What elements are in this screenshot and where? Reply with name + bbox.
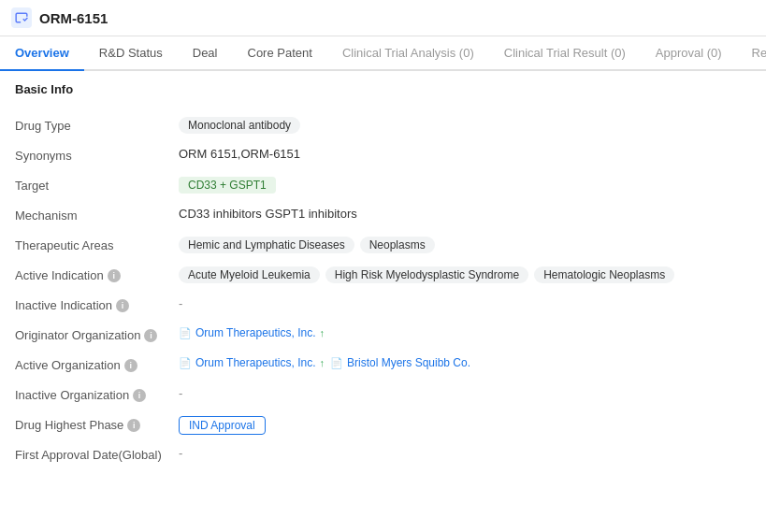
inactive-indication-value: - xyxy=(179,296,751,310)
drug-type-tag: Monoclonal antibody xyxy=(179,117,300,134)
inactive-indication-info-icon[interactable]: i xyxy=(116,299,129,312)
tabs: OverviewR&D StatusDealCore PatentClinica… xyxy=(0,36,766,71)
tab-approval[interactable]: Approval (0) xyxy=(641,36,737,71)
therapeutic-areas-value: Hemic and Lymphatic DiseasesNeoplasms xyxy=(179,237,751,253)
first-approval-date-label: First Approval Date(Global) xyxy=(15,446,179,462)
tab-regulation[interactable]: Regulation (0) xyxy=(737,36,766,71)
row-drug-type: Drug TypeMonoclonal antibody xyxy=(15,111,751,141)
tab-clinical-trial-analysis[interactable]: Clinical Trial Analysis (0) xyxy=(327,36,489,71)
drug-highest-phase-info-icon[interactable]: i xyxy=(127,419,140,432)
synonyms-value: ORM 6151,ORM-6151 xyxy=(179,147,751,161)
row-first-approval-date: First Approval Date(Global)- xyxy=(15,440,751,470)
active-indication-info-icon[interactable]: i xyxy=(108,269,121,282)
mechanism-value: CD33 inhibitors GSPT1 inhibitors xyxy=(179,207,751,221)
active-indication-label: Active Indicationi xyxy=(15,266,179,282)
target-tag: CD33 + GSPT1 xyxy=(179,177,276,194)
tab-rd-status[interactable]: R&D Status xyxy=(84,36,178,71)
row-active-organization: Active Organizationi📄Orum Therapeutics, … xyxy=(15,351,751,381)
inactive-organization-dash: - xyxy=(179,386,182,400)
active-indication-tag: Acute Myeloid Leukemia xyxy=(179,266,320,283)
active-organization-org-1[interactable]: 📄Bristol Myers Squibb Co. xyxy=(330,356,470,369)
originator-organization-value: 📄Orum Therapeutics, Inc.↑ xyxy=(179,326,751,339)
originator-organization-label: Originator Organizationi xyxy=(15,326,179,342)
row-active-indication: Active IndicationiAcute Myeloid Leukemia… xyxy=(15,261,751,291)
tab-core-patent[interactable]: Core Patent xyxy=(233,36,327,71)
tab-overview[interactable]: Overview xyxy=(0,36,84,71)
row-inactive-organization: Inactive Organizationi- xyxy=(15,381,751,410)
header-icon xyxy=(11,7,32,28)
drug-highest-phase-tag: IND Approval xyxy=(179,416,266,435)
originator-organization-info-icon[interactable]: i xyxy=(144,329,157,342)
active-organization-org-0[interactable]: 📄Orum Therapeutics, Inc.↑ xyxy=(179,356,325,369)
active-organization-label: Active Organizationi xyxy=(15,356,179,372)
inactive-indication-dash: - xyxy=(179,296,182,310)
target-label: Target xyxy=(15,177,179,193)
row-inactive-indication: Inactive Indicationi- xyxy=(15,291,751,321)
row-synonyms: SynonymsORM 6151,ORM-6151 xyxy=(15,141,751,171)
active-organization-value: 📄Orum Therapeutics, Inc.↑📄Bristol Myers … xyxy=(179,356,751,369)
org-doc-icon: 📄 xyxy=(179,327,192,339)
page-title: ORM-6151 xyxy=(39,10,108,26)
active-indication-tag: Hematologic Neoplasms xyxy=(534,266,674,283)
originator-organization-org-0[interactable]: 📄Orum Therapeutics, Inc.↑ xyxy=(179,326,325,339)
active-indication-tag: High Risk Myelodysplastic Syndrome xyxy=(325,266,528,283)
first-approval-date-dash: - xyxy=(179,446,182,460)
mechanism-label: Mechanism xyxy=(15,207,179,223)
row-mechanism: MechanismCD33 inhibitors GSPT1 inhibitor… xyxy=(15,201,751,231)
drug-type-value: Monoclonal antibody xyxy=(179,117,751,134)
target-value: CD33 + GSPT1 xyxy=(179,177,751,194)
header: ORM-6151 xyxy=(0,0,766,36)
content: Basic Info Drug TypeMonoclonal antibodyS… xyxy=(0,71,766,482)
section-title: Basic Info xyxy=(15,82,751,100)
active-indication-value: Acute Myeloid LeukemiaHigh Risk Myelodys… xyxy=(179,266,751,283)
row-originator-organization: Originator Organizationi📄Orum Therapeuti… xyxy=(15,321,751,351)
drug-type-label: Drug Type xyxy=(15,117,179,133)
first-approval-date-value: - xyxy=(179,446,751,460)
row-drug-highest-phase: Drug Highest PhaseiIND Approval xyxy=(15,410,751,440)
inactive-indication-label: Inactive Indicationi xyxy=(15,296,179,312)
active-organization-info-icon[interactable]: i xyxy=(124,359,137,372)
therapeutic-areas-label: Therapeutic Areas xyxy=(15,237,179,252)
drug-highest-phase-value: IND Approval xyxy=(179,416,751,435)
synonyms-text: ORM 6151,ORM-6151 xyxy=(179,147,300,161)
drug-highest-phase-label: Drug Highest Phasei xyxy=(15,416,179,432)
synonyms-label: Synonyms xyxy=(15,147,179,163)
row-target: TargetCD33 + GSPT1 xyxy=(15,171,751,201)
tab-clinical-trial-result[interactable]: Clinical Trial Result (0) xyxy=(489,36,641,71)
therapeutic-areas-tag: Neoplasms xyxy=(360,237,435,253)
mechanism-text: CD33 inhibitors GSPT1 inhibitors xyxy=(179,207,357,221)
therapeutic-areas-tag: Hemic and Lymphatic Diseases xyxy=(179,237,354,253)
org-doc-icon: 📄 xyxy=(330,357,343,369)
inactive-organization-value: - xyxy=(179,386,751,400)
row-therapeutic-areas: Therapeutic AreasHemic and Lymphatic Dis… xyxy=(15,231,751,261)
tab-deal[interactable]: Deal xyxy=(178,36,233,71)
org-arrow-icon: ↑ xyxy=(320,327,325,338)
inactive-organization-label: Inactive Organizationi xyxy=(15,386,179,402)
inactive-organization-info-icon[interactable]: i xyxy=(133,389,146,402)
fields-container: Drug TypeMonoclonal antibodySynonymsORM … xyxy=(15,111,751,470)
org-doc-icon: 📄 xyxy=(179,357,192,369)
org-arrow-icon: ↑ xyxy=(320,357,325,368)
